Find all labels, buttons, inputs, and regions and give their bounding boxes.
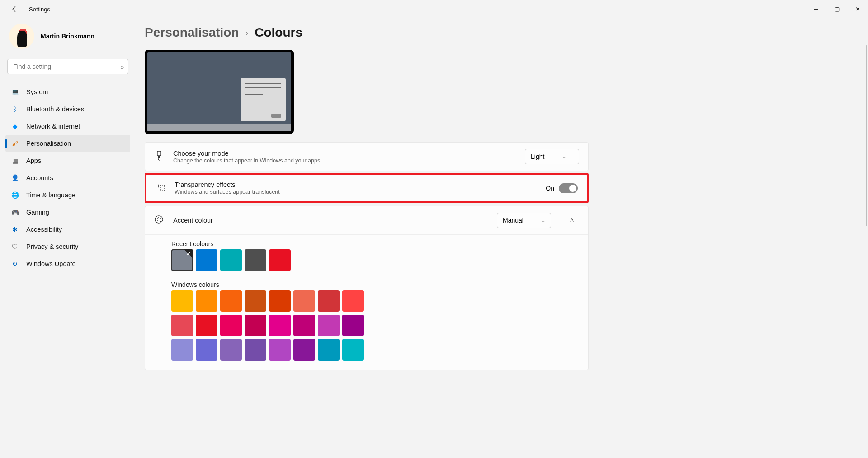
svg-rect-1 [158,156,160,158]
transparency-toggle[interactable] [559,183,578,193]
windows-swatch[interactable] [293,315,315,336]
scrollbar[interactable] [866,45,867,226]
windows-swatch[interactable] [196,315,217,336]
search-box[interactable]: ⌕ [7,59,128,74]
main-content: Personalisation › Colours Choose your mo… [136,18,868,458]
windows-swatch[interactable] [245,339,266,361]
mode-title: Choose your mode [173,150,516,157]
nav-icon: 💻 [11,88,19,96]
page-title: Colours [255,25,302,40]
windows-swatch[interactable] [171,339,193,361]
nav-icon: ▦ [11,157,19,165]
search-icon: ⌕ [120,63,124,70]
accent-value: Manual [503,217,524,224]
windows-swatch[interactable] [342,315,364,336]
nav-label: System [26,88,48,95]
windows-swatch[interactable] [318,339,340,361]
nav-icon: ᛒ [11,105,19,113]
nav-label: Personalisation [26,140,71,147]
breadcrumb-parent[interactable]: Personalisation [145,25,239,40]
windows-swatch[interactable] [269,315,291,336]
recent-colours-label: Recent colours [171,240,562,248]
back-button[interactable] [7,2,22,16]
sidebar: Martin Brinkmann ⌕ 💻SystemᛒBluetooth & d… [0,18,136,458]
titlebar: Settings ─ ▢ ✕ [0,0,868,18]
recent-swatch[interactable] [269,249,291,271]
windows-swatch[interactable] [342,290,364,312]
nav-icon: 🎮 [11,208,19,216]
windows-colours-label: Windows colours [171,281,562,288]
maximize-button[interactable]: ▢ [826,2,847,16]
nav-label: Network & internet [26,123,80,130]
windows-swatch[interactable] [318,315,340,336]
search-input[interactable] [7,59,128,74]
nav-label: Privacy & security [26,243,78,250]
transparency-title: Transparency effects [175,181,537,188]
nav-label: Apps [26,157,41,164]
profile[interactable]: Martin Brinkmann [5,18,130,59]
transparency-highlight: Transparency effects Windows and surface… [145,173,589,203]
chevron-down-icon: ⌄ [562,154,566,159]
minimize-button[interactable]: ─ [806,2,826,16]
close-button[interactable]: ✕ [847,2,868,16]
desktop-preview [145,50,294,134]
recent-swatch[interactable] [220,249,242,271]
recent-swatch[interactable] [171,249,193,271]
sidebar-item-network-internet[interactable]: ◆Network & internet [5,118,130,135]
chevron-right-icon: › [245,28,249,38]
windows-swatch[interactable] [269,290,291,312]
windows-swatch[interactable] [220,339,242,361]
nav-icon: ↻ [11,260,19,268]
chevron-down-icon: ⌄ [542,218,545,223]
nav-label: Time & language [26,191,75,199]
windows-swatch[interactable] [196,290,217,312]
accent-card: Accent colour Manual ⌄ ᐱ Recent colours … [145,206,589,370]
windows-swatch[interactable] [245,315,266,336]
windows-swatch[interactable] [269,339,291,361]
username: Martin Brinkmann [41,33,94,40]
windows-swatch[interactable] [342,339,364,361]
nav-label: Gaming [26,209,49,216]
nav-label: Bluetooth & devices [26,105,84,113]
nav-icon: 🖌 [11,139,19,148]
windows-swatch[interactable] [220,290,242,312]
nav-icon: 🛡 [11,243,19,251]
nav-icon: 🌐 [11,191,19,199]
windows-swatch[interactable] [293,290,315,312]
windows-swatch[interactable] [171,290,193,312]
nav-icon: ◆ [11,122,19,130]
choose-mode-card: Choose your mode Change the colours that… [145,142,589,171]
sidebar-item-accessibility[interactable]: ✱Accessibility [5,221,130,238]
window-title: Settings [29,6,50,13]
sidebar-item-system[interactable]: 💻System [5,83,130,100]
windows-swatch[interactable] [245,290,266,312]
sidebar-item-windows-update[interactable]: ↻Windows Update [5,255,130,272]
svg-point-4 [158,217,159,218]
nav-label: Accessibility [26,226,62,233]
windows-swatch[interactable] [171,315,193,336]
recent-swatch[interactable] [196,249,217,271]
transparency-desc: Windows and surfaces appear translucent [175,189,537,195]
recent-swatch[interactable] [245,249,266,271]
windows-colours-grid [171,290,387,361]
brush-icon [154,151,164,162]
windows-swatch[interactable] [318,290,340,312]
sidebar-item-privacy-security[interactable]: 🛡Privacy & security [5,238,130,255]
breadcrumb: Personalisation › Colours [145,25,850,40]
collapse-button[interactable]: ᐱ [565,213,579,228]
sidebar-item-personalisation[interactable]: 🖌Personalisation [5,135,130,152]
sidebar-item-bluetooth-devices[interactable]: ᛒBluetooth & devices [5,100,130,118]
svg-point-6 [157,220,158,221]
sidebar-item-gaming[interactable]: 🎮Gaming [5,204,130,221]
windows-swatch[interactable] [220,315,242,336]
windows-swatch[interactable] [293,339,315,361]
svg-point-5 [160,218,161,219]
windows-swatch[interactable] [196,339,217,361]
sidebar-item-time-language[interactable]: 🌐Time & language [5,186,130,204]
accent-title: Accent colour [173,217,488,224]
sidebar-item-accounts[interactable]: 👤Accounts [5,169,130,186]
avatar [9,24,34,49]
mode-select[interactable]: Light ⌄ [525,149,579,164]
accent-select[interactable]: Manual ⌄ [497,213,551,228]
sidebar-item-apps[interactable]: ▦Apps [5,152,130,169]
